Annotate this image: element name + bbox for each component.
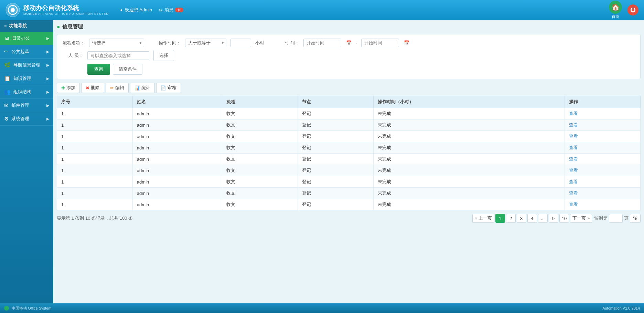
sidebar-item-mail[interactable]: ✉ 邮件管理 ▶ <box>0 99 53 112</box>
sidebar-item-nav-info[interactable]: 🌿 导航信息管理 ▶ <box>0 59 53 72</box>
sidebar-item-draft[interactable]: ✏ 公文起草 ▶ <box>0 45 53 59</box>
calendar-icon-1[interactable]: 📅 <box>346 40 352 45</box>
op-time-select[interactable]: 大于或等于 小于或等于 等于 <box>185 39 226 47</box>
sidebar-nav-info-arrow: ▶ <box>46 63 49 67</box>
process-select[interactable]: 请选择 收文 发文 <box>89 39 144 47</box>
sidebar-draft-label: 公文起草 <box>11 49 29 55</box>
delete-button[interactable]: ✖ 删除 <box>81 83 104 93</box>
view-link[interactable]: 查看 <box>569 202 578 207</box>
power-button[interactable]: ⏻ <box>627 4 638 15</box>
pagination-controls: « 上一页 1 2 3 4 ... 9 10 下一页 » <box>472 214 592 223</box>
audit-button[interactable]: 📄 审核 <box>156 83 181 93</box>
goto-input[interactable] <box>609 214 623 223</box>
cell-op-time: 未完成 <box>374 119 565 131</box>
cell-process: 收文 <box>222 165 298 176</box>
page-btn-1[interactable]: 1 <box>495 214 505 223</box>
add-button[interactable]: ✚ 添加 <box>57 83 80 93</box>
cell-name: admin <box>132 142 222 154</box>
content-area: ● 信息管理 流程名称： 请选择 收文 发文 操作时间： 大于或等于 <box>53 20 644 303</box>
time-start-input[interactable] <box>303 39 341 47</box>
next-page-button[interactable]: 下一页 » <box>570 214 592 223</box>
cell-op-time: 未完成 <box>374 176 565 188</box>
delete-label: 删除 <box>91 85 100 91</box>
col-name: 姓名 <box>132 96 222 108</box>
logo-subtitle: MOBILE AFFAIRS OFFICE AUTOMATION SYSTEM <box>23 12 109 15</box>
sidebar-item-system[interactable]: ⚙ 系统管理 ▶ <box>0 112 53 126</box>
home-label: 首页 <box>612 14 619 19</box>
message-badge: 10 <box>175 8 183 12</box>
page-btn-9[interactable]: 9 <box>549 214 558 223</box>
sidebar-system-label: 系统管理 <box>11 116 29 122</box>
view-link[interactable]: 查看 <box>569 190 578 196</box>
toolbar: ✚ 添加 ✖ 删除 ✏ 编辑 📊 统计 📄 审核 <box>57 83 641 93</box>
delete-icon: ✖ <box>86 85 89 91</box>
cell-process: 收文 <box>222 142 298 154</box>
goto-button[interactable]: 转 <box>630 214 641 223</box>
time-end-input[interactable] <box>361 39 399 47</box>
cell-op-time: 未完成 <box>374 165 565 176</box>
home-icon: 🏠 <box>609 1 622 14</box>
page-btn-10[interactable]: 10 <box>559 214 569 223</box>
sidebar-nav-info-label: 导航信息管理 <box>13 62 40 68</box>
sidebar-item-knowledge[interactable]: 📋 知识管理 ▶ <box>0 72 53 85</box>
view-link[interactable]: 查看 <box>569 145 578 150</box>
page-btn-2[interactable]: 2 <box>506 214 516 223</box>
clear-button[interactable]: 清空条件 <box>113 64 142 75</box>
cell-action: 查看 <box>565 142 641 154</box>
hours-input[interactable] <box>230 39 251 47</box>
view-link[interactable]: 查看 <box>569 179 578 184</box>
footer-right-text: Automation V2.0 2014 <box>602 306 640 310</box>
mail-icon: ✉ <box>159 8 163 13</box>
logo: 移动办公自动化系统 MOBILE AFFAIRS OFFICE AUTOMATI… <box>6 3 109 17</box>
table-row: 1 admin 收文 登记 未完成 查看 <box>57 131 641 142</box>
sidebar-item-org[interactable]: 👥 组织结构 ▶ <box>0 85 53 99</box>
message-label: 消息 <box>164 7 173 13</box>
sidebar-item-org-inner: 👥 组织结构 <box>4 89 31 95</box>
cell-name: admin <box>132 176 222 188</box>
person-input[interactable] <box>87 51 149 60</box>
cell-process: 收文 <box>222 188 298 199</box>
view-link[interactable]: 查看 <box>569 134 578 139</box>
header: 移动办公自动化系统 MOBILE AFFAIRS OFFICE AUTOMATI… <box>0 0 644 20</box>
edit-button[interactable]: ✏ 编辑 <box>106 83 129 93</box>
col-seq: 序号 <box>57 96 133 108</box>
cell-node: 登记 <box>298 154 374 165</box>
cell-node: 登记 <box>298 199 374 210</box>
home-button[interactable]: 🏠 首页 <box>609 1 622 19</box>
edit-icon: ✏ <box>110 85 114 91</box>
cell-node: 登记 <box>298 131 374 142</box>
sidebar-item-daily[interactable]: 🖥 日常办公 ▶ <box>0 32 53 45</box>
sidebar-org-label: 组织结构 <box>13 89 31 95</box>
sidebar-daily-arrow: ▶ <box>46 36 49 41</box>
view-link[interactable]: 查看 <box>569 122 578 127</box>
monitor-icon: 🖥 <box>4 35 9 41</box>
table-row: 1 admin 收文 登记 未完成 查看 <box>57 142 641 154</box>
cell-node: 登记 <box>298 108 374 119</box>
person-select-button[interactable]: 选择 <box>153 50 174 61</box>
pagination-bar: 显示第 1 条到 10 条记录，总共 100 条 « 上一页 1 2 3 4 .… <box>57 214 641 223</box>
gear-icon: ⚙ <box>4 116 9 122</box>
menu-icon: ≡ <box>4 23 7 29</box>
view-link[interactable]: 查看 <box>569 156 578 161</box>
logo-title: 移动办公自动化系统 <box>23 4 109 12</box>
prev-page-button[interactable]: « 上一页 <box>472 214 494 223</box>
clipboard-icon: 📋 <box>4 75 11 82</box>
cell-seq: 1 <box>57 154 133 165</box>
filter-btn-group: 查询 清空条件 <box>63 64 635 75</box>
sidebar-item-mail-inner: ✉ 邮件管理 <box>4 102 29 108</box>
view-link[interactable]: 查看 <box>569 111 578 116</box>
time-label: 时 间： <box>279 40 299 46</box>
calendar-icon-2[interactable]: 📅 <box>404 40 409 45</box>
query-button[interactable]: 查询 <box>87 64 110 75</box>
cell-process: 收文 <box>222 199 298 210</box>
stat-button[interactable]: 📊 统计 <box>130 83 155 93</box>
welcome-text: 欢迎您,Admin <box>125 7 152 13</box>
footer-dot-icon <box>4 306 9 311</box>
sidebar-item-nav-info-inner: 🌿 导航信息管理 <box>4 62 40 68</box>
cell-seq: 1 <box>57 199 133 210</box>
cell-seq: 1 <box>57 176 133 188</box>
view-link[interactable]: 查看 <box>569 168 578 173</box>
message-item[interactable]: ✉ 消息 10 <box>159 7 183 13</box>
page-btn-4[interactable]: 4 <box>527 214 537 223</box>
page-btn-3[interactable]: 3 <box>517 214 526 223</box>
